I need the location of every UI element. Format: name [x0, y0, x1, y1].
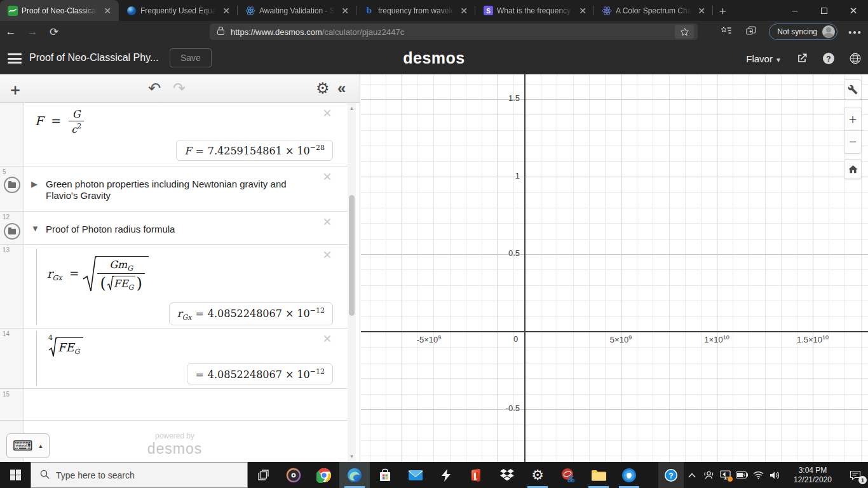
task-view-button[interactable]: [248, 462, 278, 488]
delete-expression-icon[interactable]: ×: [323, 331, 332, 346]
tab-close-icon[interactable]: ✕: [101, 6, 114, 16]
minimize-button[interactable]: ─: [780, 0, 810, 21]
tab-close-icon[interactable]: ✕: [220, 6, 233, 16]
show-hidden-icons-chevron[interactable]: [684, 462, 700, 488]
display-alert-icon[interactable]: [717, 462, 733, 488]
close-button[interactable]: ✕: [839, 0, 868, 21]
delete-expression-icon[interactable]: ×: [323, 214, 332, 229]
taskbar-clock[interactable]: 3:04 PM 12/21/2020: [785, 466, 840, 485]
tab-close-icon[interactable]: ✕: [339, 6, 351, 16]
file-explorer-icon[interactable]: [583, 462, 614, 488]
browser-menu-icon[interactable]: •••: [843, 27, 868, 37]
add-favorite-icon[interactable]: [675, 25, 694, 39]
expression-row-15[interactable]: 15: [0, 389, 348, 421]
tab-groups-icon[interactable]: [738, 26, 764, 38]
battery-icon: [733, 462, 750, 488]
refresh-icon[interactable]: ⟳: [43, 25, 65, 39]
folder-icon[interactable]: [4, 177, 20, 193]
collections-icon[interactable]: [713, 26, 738, 37]
folder-expanded-arrow-icon[interactable]: ▼: [31, 224, 39, 233]
graph-canvas[interactable]: ＋ − -5×10905×1091×10101.5×10101.510.5-0.…: [361, 74, 868, 462]
collapse-panel-icon[interactable]: «: [337, 79, 346, 97]
keyboard-toggle-button[interactable]: ⌨ ▲: [6, 433, 50, 458]
tab-close-icon[interactable]: ✕: [576, 6, 589, 16]
lock-icon[interactable]: [217, 27, 224, 37]
scroll-up-icon[interactable]: ▲: [348, 105, 356, 111]
expression-row-14[interactable]: 14 × 4 FEG =4.0852248067 × 10−12: [0, 329, 348, 389]
tab-what-is-the-frequency[interactable]: S What is the frequency o ✕: [475, 0, 594, 21]
redo-icon[interactable]: ↷: [173, 79, 186, 97]
y-axis-tick-label: 0.5: [479, 248, 520, 258]
profile-button[interactable]: Not syncing: [769, 24, 837, 40]
expression-row-13[interactable]: 13 × rGx = GmG (: [0, 245, 348, 329]
forward-icon[interactable]: →: [22, 25, 43, 38]
folder-collapsed-arrow-icon[interactable]: ▶: [31, 179, 37, 189]
share-icon[interactable]: [796, 52, 808, 65]
wrench-icon: [848, 85, 858, 95]
snipping-tool-icon[interactable]: [553, 462, 583, 488]
zoom-out-button[interactable]: −: [844, 130, 861, 153]
tab-frequency-from-wavelength[interactable]: b frequency from wavelen ✕: [356, 0, 475, 21]
maximize-button[interactable]: [810, 0, 839, 21]
graph-settings-gear-icon[interactable]: ⚙: [316, 79, 330, 97]
evaluation-result: =4.0852248067 × 10−12: [187, 363, 333, 384]
graph-settings-wrench-button[interactable]: [844, 79, 862, 100]
taskbar-search-input[interactable]: Type here to search: [31, 462, 248, 488]
tab-desmos-calculator[interactable]: Proof of Neo-Classical P ✕: [0, 0, 119, 21]
tab-close-icon[interactable]: ✕: [695, 6, 708, 16]
help-icon[interactable]: ?: [822, 52, 835, 65]
dropbox-icon[interactable]: [492, 462, 522, 488]
blue-circle-app-icon[interactable]: [614, 462, 644, 488]
delete-expression-icon[interactable]: ×: [323, 105, 332, 121]
default-viewport-home-button[interactable]: [844, 159, 862, 179]
row-number: 14: [3, 330, 10, 337]
x-axis-tick-label: 1×1010: [691, 334, 742, 344]
lightning-app-icon[interactable]: [431, 462, 461, 488]
socratic-favicon: S: [483, 6, 493, 16]
chrome-icon[interactable]: [309, 462, 339, 488]
settings-icon[interactable]: ⚙: [522, 462, 553, 488]
folder-row-5[interactable]: 5 × ▶ Green photon properties including …: [0, 166, 348, 212]
start-button[interactable]: [0, 462, 31, 488]
language-globe-icon[interactable]: [849, 52, 862, 65]
back-icon[interactable]: ←: [0, 25, 22, 38]
add-expression-icon[interactable]: ＋: [8, 79, 23, 100]
scrollbar-thumb[interactable]: [349, 195, 355, 316]
tab-frequently-used-equations[interactable]: Frequently Used Equati ✕: [119, 0, 238, 21]
action-center-icon[interactable]: 1: [843, 462, 868, 488]
expression-scrollbar[interactable]: ▲ ▼: [348, 103, 356, 462]
meet-now-icon[interactable]: [700, 462, 717, 488]
address-bar[interactable]: https://www.desmos.com/calculator/pjauz2…: [210, 24, 698, 40]
x-axis-tick-label: 5×109: [595, 334, 646, 344]
zoom-in-button[interactable]: ＋: [844, 107, 861, 130]
tab-close-icon[interactable]: ✕: [458, 6, 470, 16]
folder-title[interactable]: Proof of Photon radius formula: [46, 224, 316, 235]
folder-icon[interactable]: [4, 223, 20, 240]
tab-awaiting-validation[interactable]: Awaiting Validation - Sc ✕: [238, 0, 356, 21]
scroll-down-icon[interactable]: ▼: [348, 454, 356, 459]
tab-color-spectrum-chart[interactable]: A Color Spectrum Chart ✕: [594, 0, 713, 21]
folder-title[interactable]: Green photon properties including Newton…: [46, 179, 316, 201]
delete-expression-icon[interactable]: ×: [323, 247, 332, 262]
account-menu[interactable]: Flavor ▼: [746, 53, 782, 64]
search-placeholder: Type here to search: [56, 470, 135, 480]
x-axis: [361, 331, 868, 332]
folder-row-12[interactable]: 12 × ▼ Proof of Photon radius formula: [0, 212, 348, 245]
mail-icon[interactable]: [400, 462, 431, 488]
undo-icon[interactable]: ↶: [148, 79, 161, 97]
desmos-logo[interactable]: desmos: [0, 49, 868, 67]
office-icon[interactable]: [461, 462, 492, 488]
x-axis-tick-label: -5×109: [403, 334, 454, 344]
expression-row-4[interactable]: × F = G c2 F=7.4259154861 × 10−28: [0, 103, 348, 166]
atom-favicon: [602, 6, 612, 16]
new-tab-button[interactable]: ＋: [713, 2, 732, 20]
get-help-icon[interactable]: ?: [658, 462, 684, 488]
delete-expression-icon[interactable]: ×: [323, 169, 332, 184]
wifi-icon[interactable]: [750, 462, 766, 488]
avatar: [822, 25, 835, 38]
media-app-icon[interactable]: [278, 462, 309, 488]
microsoft-store-icon[interactable]: [370, 462, 400, 488]
volume-icon[interactable]: [766, 462, 783, 488]
edge-icon[interactable]: [339, 462, 370, 488]
tab-title: Awaiting Validation - Sc: [259, 6, 335, 15]
